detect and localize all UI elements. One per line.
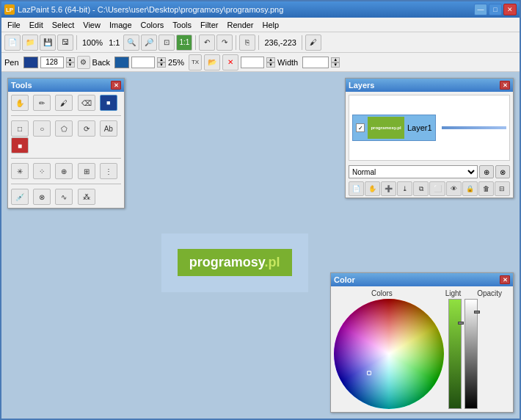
pen-size-down[interactable]: ▼ <box>66 62 75 68</box>
menu-edit[interactable]: Edit <box>25 19 48 31</box>
layers-panel-close[interactable]: ✕ <box>500 81 510 90</box>
tools-panel-close[interactable]: ✕ <box>111 81 121 90</box>
deform-tool[interactable]: ⋮ <box>100 163 117 179</box>
color-wheel[interactable] <box>334 299 444 409</box>
pen-color-swatch[interactable] <box>23 57 38 68</box>
menu-help[interactable]: Help <box>258 19 284 31</box>
transform-tool[interactable]: ⊞ <box>78 163 95 179</box>
layer-copy-btn[interactable]: ⧉ <box>413 181 429 196</box>
layers-zoom-out[interactable]: ⊗ <box>495 165 510 178</box>
layer-delete-btn[interactable]: 🗑 <box>478 181 494 196</box>
rect-tool[interactable]: □ <box>11 120 29 137</box>
color-panel-close[interactable]: ✕ <box>500 275 510 284</box>
new-button[interactable]: 📄 <box>4 35 21 51</box>
smudge-tool[interactable]: ⊗ <box>33 189 51 205</box>
spray-tool[interactable]: ⁘ <box>33 163 51 179</box>
save-button[interactable]: 💾 <box>40 35 56 51</box>
open-button[interactable]: 📁 <box>22 35 38 51</box>
fill-up[interactable]: ▲ <box>266 57 275 62</box>
layer-visibility-check[interactable]: ✓ <box>356 123 365 132</box>
polygon-tool[interactable]: ⬠ <box>55 120 73 137</box>
hand-tool[interactable]: ✋ <box>11 95 29 111</box>
color-wheel-wrapper[interactable] <box>334 299 444 409</box>
width-arrows[interactable]: ▲ ▼ <box>331 57 340 68</box>
menu-colors[interactable]: Colors <box>136 19 169 31</box>
back-up[interactable]: ▲ <box>157 57 166 62</box>
brush-tool[interactable]: 🖌 <box>55 95 73 111</box>
layer-hand-btn[interactable]: ✋ <box>365 181 380 196</box>
layer-add-btn[interactable]: ➕ <box>381 181 396 196</box>
canvas-content: programosy.pl <box>161 233 308 292</box>
gradient-tool[interactable]: ∿ <box>55 189 73 205</box>
brush-tool-button[interactable]: 🖌 <box>305 35 321 51</box>
redo-button[interactable]: ↷ <box>216 35 233 51</box>
zoom-fit-button[interactable]: ⊡ <box>159 35 175 51</box>
tools-sep1 <box>11 115 121 116</box>
menu-select[interactable]: Select <box>48 19 79 31</box>
menu-filter[interactable]: Filter <box>196 19 222 31</box>
no-texture-btn[interactable]: TX <box>189 54 202 70</box>
pencil-tool[interactable]: ✏ <box>33 95 51 111</box>
opacity-slider-handle[interactable] <box>474 311 480 314</box>
extra-tool1[interactable]: ⁂ <box>78 189 95 205</box>
layers-zoom-in[interactable]: ⊕ <box>479 165 494 178</box>
menu-file[interactable]: File <box>3 19 25 31</box>
light-slider-handle[interactable] <box>458 322 464 325</box>
eraser-tool[interactable]: ⌫ <box>78 95 95 111</box>
menu-render[interactable]: Render <box>222 19 258 31</box>
blend-mode-select[interactable]: Normal Multiply Screen Overlay <box>349 165 478 178</box>
folder-btn[interactable]: 📂 <box>204 54 220 70</box>
eyedropper-tool[interactable]: 💉 <box>11 189 29 205</box>
opacity-slider[interactable] <box>464 299 478 409</box>
x-btn[interactable]: ✕ <box>222 54 238 70</box>
layer-merge-btn[interactable]: ⤓ <box>397 181 412 196</box>
copy-button[interactable]: ⎘ <box>239 35 255 51</box>
minimize-button[interactable]: — <box>474 4 487 15</box>
layer-name: Layer1 <box>407 123 432 132</box>
clone-tool[interactable]: ⊕ <box>55 163 73 179</box>
color-tool[interactable]: ■ <box>100 95 117 111</box>
layer-new-btn[interactable]: 📄 <box>349 181 364 196</box>
maximize-button[interactable]: □ <box>489 4 502 15</box>
pen-size-arrows[interactable]: ▲ ▼ <box>66 57 75 68</box>
layer-flatten-btn[interactable]: ⊟ <box>495 181 510 196</box>
pen-size-up[interactable]: ▲ <box>66 57 75 62</box>
layer-row[interactable]: ✓ programosy.pl Layer1 <box>352 115 436 141</box>
coordinates-display: 236,-223 <box>262 38 298 47</box>
layer-lock-btn[interactable]: 🔒 <box>462 181 478 196</box>
zoom-in-button[interactable]: 🔍 <box>123 35 139 51</box>
layer-preview-area: ✓ programosy.pl Layer1 <box>349 95 510 161</box>
width-down[interactable]: ▼ <box>331 62 340 68</box>
fill-tool[interactable]: ■ <box>11 137 29 153</box>
back-arrows[interactable]: ▲ ▼ <box>157 57 166 68</box>
back-down[interactable]: ▼ <box>157 62 166 68</box>
window-controls[interactable]: — □ ✕ <box>474 4 517 15</box>
fill-arrows[interactable]: ▲ ▼ <box>266 57 275 68</box>
logo-text-main: programosy <box>189 255 265 269</box>
save-as-button[interactable]: 🖫 <box>57 35 73 51</box>
pen-settings-button[interactable]: ⚙ <box>77 56 90 69</box>
pen-size-input[interactable] <box>40 57 64 68</box>
layer-hide-btn[interactable]: 👁 <box>446 181 462 196</box>
text-tool[interactable]: Ab <box>100 120 117 137</box>
menu-image[interactable]: Image <box>105 19 136 31</box>
back-color-swatch[interactable] <box>114 57 129 68</box>
layer-move-btn[interactable]: ⬜ <box>429 181 445 196</box>
color-wheel-container <box>334 299 510 409</box>
back-value-input[interactable]: 192 <box>131 57 155 68</box>
magic-wand-tool[interactable]: ✳ <box>11 163 29 179</box>
ellipse-tool[interactable]: ○ <box>33 120 51 137</box>
fill-down[interactable]: ▼ <box>266 62 275 68</box>
width-value-input[interactable]: 50 <box>302 57 329 68</box>
lasso-tool[interactable]: ⟳ <box>78 120 95 137</box>
menu-view[interactable]: View <box>79 19 105 31</box>
fill-value-input[interactable]: 255 <box>241 57 264 68</box>
zoom-actual-button[interactable]: 1:1 <box>176 35 192 51</box>
close-button[interactable]: ✕ <box>503 4 517 15</box>
menu-tools[interactable]: Tools <box>168 19 196 31</box>
light-slider[interactable] <box>448 299 462 409</box>
zoom-level-label: 100% <box>80 38 105 47</box>
zoom-out-button[interactable]: 🔎 <box>141 35 157 51</box>
width-up[interactable]: ▲ <box>331 57 340 62</box>
undo-button[interactable]: ↶ <box>199 35 215 51</box>
